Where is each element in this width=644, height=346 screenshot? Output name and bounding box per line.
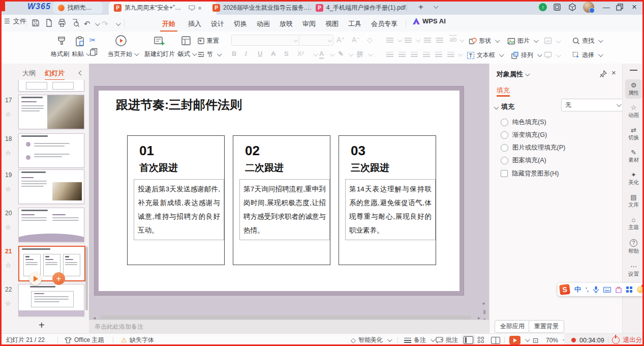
rail-item-assets[interactable]: ✎素材 xyxy=(625,147,642,166)
zoom-control[interactable]: 70% xyxy=(546,334,566,346)
save-icon[interactable] xyxy=(32,19,40,27)
new-slide-label[interactable]: 新建幻灯片 xyxy=(144,50,180,59)
slide-column-2[interactable]: 02 二次跟进 第7天询问招聘流程,重申到岗时间,展现积极态度,让招聘方感受到求… xyxy=(233,135,330,265)
column-body-textbox[interactable]: 投递后第3天发送感谢邮件,补充最新成绩,表达感谢与诚意,维持与招聘方的良好互动。 xyxy=(134,179,224,240)
slide-thumbnail-20[interactable] xyxy=(18,208,84,242)
microphone-icon[interactable] xyxy=(593,286,599,293)
current-slide[interactable]: 跟进节奏:三封邮件法则 01 首次跟进 投递后第3天发送感谢邮件,补充最新成绩,… xyxy=(99,91,459,291)
ribbon-tab-tools[interactable]: 工具 xyxy=(346,18,363,30)
chevron-down-icon[interactable] xyxy=(134,51,139,56)
slideshow-button[interactable] xyxy=(509,334,529,346)
wps-ai-button[interactable]: WPS AI xyxy=(413,15,446,27)
chevron-down-icon[interactable] xyxy=(534,38,539,43)
collapse-panel-icon[interactable] xyxy=(79,71,84,76)
slide-thumbnail-22[interactable] xyxy=(18,284,84,316)
ribbon-tab-review[interactable]: 审阅 xyxy=(300,18,318,30)
ime-language-icon[interactable]: 中 xyxy=(574,285,581,294)
new-tab-button[interactable]: + xyxy=(416,2,426,12)
section-button[interactable]: 节 xyxy=(197,50,221,59)
output-icon[interactable] xyxy=(45,19,53,27)
comments-button[interactable]: 批注 xyxy=(436,334,458,346)
paste-icon[interactable] xyxy=(74,36,85,47)
arrange-button[interactable]: 排列 xyxy=(511,51,541,60)
slide-column-3[interactable]: 03 三次跟进 第14天表达理解与保持联系的意愿,避免催促语气,体现尊重与耐心,… xyxy=(339,135,436,265)
reset-slide-button[interactable]: 重置 xyxy=(197,37,219,45)
checkbox-icon[interactable] xyxy=(501,170,508,177)
chevron-down-icon[interactable] xyxy=(525,337,530,342)
quick-access-chevron-icon[interactable] xyxy=(116,21,121,26)
favorite-star-icon[interactable]: ☆ xyxy=(5,223,11,231)
undo-icon[interactable]: ↶ xyxy=(84,19,90,28)
slide-thumbnail-19[interactable] xyxy=(18,169,84,204)
view-reading-button[interactable] xyxy=(491,334,500,346)
view-normal-button[interactable] xyxy=(464,334,473,346)
minimize-button[interactable]: — xyxy=(601,2,611,12)
copy-icon[interactable] xyxy=(89,48,98,56)
ribbon-tab-animation[interactable]: 动画 xyxy=(255,18,272,30)
ribbon-tab-slideshow[interactable]: 放映 xyxy=(278,18,295,30)
ime-punctuation-icon[interactable]: ’, xyxy=(586,286,589,293)
rail-item-transition[interactable]: ⇄切换 xyxy=(625,124,642,143)
chevron-down-icon[interactable] xyxy=(192,51,197,56)
fill-type-dropdown[interactable]: 无 xyxy=(561,99,624,111)
notes-bar[interactable]: 单击此处添加备注 xyxy=(89,320,495,334)
emoji-icon[interactable] xyxy=(637,286,644,293)
column-body-textbox[interactable]: 第14天表达理解与保持联系的意愿,避免催促语气,体现尊重与耐心,展现良好的职业素… xyxy=(345,179,436,240)
horizontal-scrollbar[interactable]: ◂ ▸ xyxy=(93,315,480,320)
tab-slides[interactable]: 幻灯片 xyxy=(45,69,65,81)
option-picture-texture-fill[interactable]: 图片或纹理填充(P) xyxy=(501,141,618,154)
file-menu[interactable]: ☰ 文件 xyxy=(4,15,26,27)
panel-title[interactable]: 对象属性 xyxy=(497,70,529,79)
tab-outline[interactable]: 大纲 xyxy=(22,69,36,78)
chevron-down-icon[interactable] xyxy=(495,38,500,43)
skin-icon[interactable] xyxy=(616,286,622,293)
undo-chevron-icon[interactable] xyxy=(95,21,100,26)
format-painter-icon[interactable] xyxy=(56,36,67,47)
print-icon[interactable] xyxy=(58,19,66,27)
layout-label[interactable]: 版式 xyxy=(178,50,196,59)
tab-docer-templates[interactable]: 找稻壳模板 xyxy=(53,2,103,14)
slide-thumbnail-17[interactable] xyxy=(18,95,84,129)
chevron-down-icon[interactable] xyxy=(217,51,222,56)
exit-share-button[interactable]: 退出分享 xyxy=(623,336,644,344)
play-from-current-label[interactable]: 当页开始 xyxy=(108,50,138,59)
option-gradient-fill[interactable]: 渐变填充(G) xyxy=(501,129,618,141)
ribbon-tab-insert[interactable]: 插入 xyxy=(186,18,203,30)
paste-label[interactable]: 粘贴 xyxy=(72,50,89,59)
pin-panel-icon[interactable] xyxy=(599,70,607,78)
restore-layout-icon[interactable] xyxy=(553,3,561,11)
column-body-textbox[interactable]: 第7天询问招聘流程,重申到岗时间,展现积极态度,让招聘方感受到求职者的诚意与热情… xyxy=(239,179,330,240)
notes-button[interactable]: 备注 xyxy=(404,334,434,346)
find-button[interactable]: 查找 xyxy=(572,37,602,45)
tab-document-3[interactable]: P 4_手机端用户操作手册(1).pdf xyxy=(311,1,413,15)
rail-item-theme[interactable]: ⌂主题 xyxy=(625,214,642,233)
new-slide-icon[interactable] xyxy=(154,35,165,47)
textbox-button[interactable]: 文本框 xyxy=(467,51,503,60)
play-from-current-icon[interactable] xyxy=(115,35,127,47)
select-button[interactable]: 选择 xyxy=(572,51,602,60)
view-sorter-button[interactable] xyxy=(478,334,484,346)
sogou-logo-icon[interactable]: S xyxy=(559,284,570,295)
ribbon-tab-design[interactable]: 设计 xyxy=(209,18,226,30)
previous-slide-icon[interactable]: ⇞ xyxy=(482,309,487,316)
close-window-button[interactable]: × xyxy=(629,2,639,12)
rail-item-library[interactable]: ▤文库 xyxy=(625,191,642,211)
favorite-star-icon[interactable]: ☆ xyxy=(5,185,11,193)
shapes-button[interactable]: 形状 xyxy=(469,37,499,45)
tab-list-chevron-icon[interactable] xyxy=(434,4,439,9)
option-pattern-fill[interactable]: 图案填充(A) xyxy=(501,154,618,166)
ribbon-tab-membership[interactable]: 会员专享 xyxy=(369,18,400,30)
rail-item-help[interactable]: ?帮助 xyxy=(625,237,642,256)
favorite-star-icon[interactable]: ☆ xyxy=(5,110,11,118)
radio-icon[interactable] xyxy=(501,119,508,126)
print-preview-icon[interactable] xyxy=(71,19,79,27)
scroll-down-icon[interactable]: ▾ xyxy=(482,301,485,306)
missing-font-warning[interactable]: ⚠ 缺失字体 xyxy=(121,334,154,346)
picture-button[interactable]: 图片 xyxy=(507,37,537,45)
slide-column-1[interactable]: 01 首次跟进 投递后第3天发送感谢邮件,补充最新成绩,表达感谢与诚意,维持与招… xyxy=(127,135,225,265)
close-panel-icon[interactable]: × xyxy=(611,68,616,77)
collapse-rail-icon[interactable] xyxy=(630,70,637,71)
rail-item-properties[interactable]: ⚙属性 xyxy=(625,79,642,99)
workspace-cube-icon[interactable] xyxy=(568,3,576,11)
rail-item-settings[interactable]: ⋯设置 xyxy=(625,261,642,280)
